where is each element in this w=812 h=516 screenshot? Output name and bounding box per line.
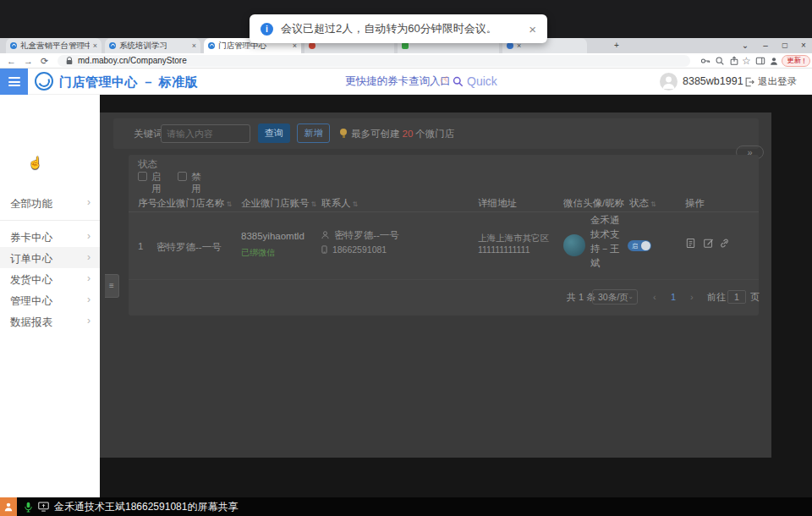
store-name: 密特罗德--一号	[156, 241, 222, 254]
search-button[interactable]: 查询	[258, 124, 290, 143]
wechat-bound-tag: 已绑微信	[241, 247, 275, 259]
browser-tab-1[interactable]: 礼盒营销平台管理中心 ×	[6, 38, 102, 53]
reload-icon[interactable]: ⟳	[41, 53, 48, 69]
sidebar-divider	[0, 220, 100, 221]
wechat-avatar	[563, 234, 585, 256]
window-minimize-button[interactable]: –	[758, 39, 773, 52]
sort-icon: ⇅	[353, 200, 359, 208]
filter-bar: 关键词 查询 新增 最多可创建20个微门店	[113, 118, 759, 149]
page-size-select[interactable]: 30条/页 ⌄	[592, 289, 638, 305]
chevron-right-icon: ›	[87, 226, 91, 247]
chevron-right-icon: ›	[87, 192, 91, 213]
lock-icon	[66, 57, 73, 65]
sidebar-item-data-reports[interactable]: 数据报表›	[0, 310, 100, 332]
col-wechat: 微信头像/昵称	[563, 194, 624, 212]
tab-close-icon[interactable]: ×	[93, 41, 97, 50]
sidebar-item-management-center[interactable]: 管理中心›	[0, 289, 100, 310]
keyword-input[interactable]	[161, 124, 250, 143]
sidebar-item-all-functions[interactable]: 全部功能›	[0, 192, 100, 213]
sort-icon: ⇅	[311, 200, 317, 208]
sort-icon: ⇅	[227, 200, 233, 208]
participant-icon[interactable]	[0, 497, 17, 516]
add-store-button[interactable]: 新增	[297, 124, 330, 143]
quick-search-icon[interactable]	[453, 76, 464, 87]
detail-doc-icon[interactable]	[685, 238, 697, 250]
window-close-button[interactable]: ×	[796, 39, 811, 52]
blue-favicon-icon	[507, 42, 513, 49]
contact-phone: 18662591081	[321, 244, 387, 255]
table-header-row: 序号 企业微门店名称⇅ 企业微门店账号⇅ 联系人⇅ 详细地址 微信头像/昵称 状…	[129, 194, 759, 212]
store-page-dimmed: 关键词 查询 新增 最多可创建20个微门店 » ≡ 状态 启用 禁用 序号 企业…	[100, 113, 771, 458]
sidebar-item-order-center[interactable]: 订单中心›	[0, 247, 100, 268]
drawer-handle[interactable]: ≡	[105, 274, 119, 298]
url-field[interactable]: md.maboy.cn/CompanyStore	[58, 55, 690, 67]
window-chevron-icon[interactable]: ⌄	[738, 39, 753, 52]
col-contact[interactable]: 联系人⇅	[321, 194, 358, 214]
toast-close-icon[interactable]: ×	[529, 22, 536, 36]
browser-update-button[interactable]: 更新 !	[782, 55, 810, 67]
green-favicon-icon	[402, 42, 409, 49]
lightbulb-icon	[340, 129, 347, 135]
page-unit-label: 页	[750, 287, 760, 307]
bookmark-star-icon[interactable]: ☆	[742, 56, 753, 67]
disabled-checkbox[interactable]	[178, 172, 187, 181]
next-page-button[interactable]: ›	[690, 287, 694, 307]
goto-page-input[interactable]	[727, 290, 746, 304]
app-title: 门店管理中心 － 标准版	[59, 69, 198, 95]
microphone-icon[interactable]	[24, 502, 33, 513]
meeting-toast: i 会议已超过2人，自动转为60分钟限时会议。 ×	[250, 14, 547, 43]
new-tab-button[interactable]: +	[611, 39, 623, 52]
current-page[interactable]: 1	[671, 287, 676, 307]
enabled-checkbox[interactable]	[138, 172, 147, 181]
tab-title: 礼盒营销平台管理中心	[20, 41, 90, 52]
store-account: 8385yihaomtld	[241, 231, 304, 241]
quota-number: 20	[400, 129, 416, 139]
side-panel-icon[interactable]	[755, 56, 766, 67]
address-line1: 上海上海市其它区	[478, 233, 549, 244]
logout-button[interactable]: 退出登录	[744, 69, 797, 95]
update-label: 更新	[787, 56, 801, 66]
browser-tab-2[interactable]: 系统培训学习 ×	[105, 38, 200, 53]
row-index: 1	[138, 241, 143, 251]
status-toggle[interactable]: 启	[628, 240, 651, 251]
edit-icon[interactable]	[703, 238, 715, 250]
logout-icon	[744, 77, 754, 87]
key-icon[interactable]	[700, 56, 711, 67]
window-maximize-button[interactable]: ▢	[777, 39, 793, 52]
back-icon[interactable]: ←	[7, 53, 16, 69]
col-status[interactable]: 状态⇅	[629, 194, 656, 214]
keyword-label: 关键词	[134, 118, 163, 149]
forward-icon[interactable]: →	[24, 53, 33, 69]
sidebar-item-shipping-center[interactable]: 发货中心›	[0, 268, 100, 289]
menu-hamburger-button[interactable]	[0, 69, 28, 95]
profile-avatar-icon[interactable]	[769, 56, 780, 67]
wechat-nickname: 金禾通技术支持－王斌	[590, 213, 626, 271]
tab-title: 系统培训学习	[119, 41, 189, 52]
enabled-label: 启用	[151, 171, 162, 195]
store-table-card: 状态 启用 禁用 序号 企业微门店名称⇅ 企业微门店账号⇅ 联系人⇅ 详细地址 …	[129, 155, 759, 316]
mouse-cursor-icon: ☝	[28, 156, 42, 169]
prev-page-button[interactable]: ‹	[653, 287, 656, 307]
zoom-icon[interactable]	[715, 56, 726, 67]
store-quota-text: 最多可创建20个微门店	[351, 118, 454, 149]
user-avatar[interactable]	[660, 73, 678, 91]
sidebar-item-coupon-center[interactable]: 券卡中心›	[0, 226, 100, 247]
screen: 礼盒营销平台管理中心 × 系统培训学习 × 门店管理中心 × × + ⌄ – ▢…	[0, 0, 812, 516]
person-icon	[321, 231, 329, 239]
chevron-right-icon: ›	[87, 310, 91, 332]
share-icon[interactable]	[729, 56, 740, 67]
coupon-query-entry-link[interactable]: 更快捷的券卡查询入口	[345, 69, 451, 95]
toast-message: 会议已超过2人，自动转为60分钟限时会议。	[281, 21, 497, 36]
sort-icon: ⇅	[650, 200, 656, 208]
update-badge: !	[803, 57, 804, 65]
tab-close-icon[interactable]: ×	[192, 41, 196, 50]
app-header: 门店管理中心 － 标准版 更快捷的券卡查询入口 ☞ Quick 8385wb19…	[0, 69, 812, 95]
col-index: 序号	[138, 194, 157, 212]
chevron-down-icon: ⌄	[628, 290, 634, 304]
col-store-account[interactable]: 企业微门店账号⇅	[241, 194, 316, 214]
quick-label[interactable]: Quick	[467, 69, 497, 95]
site-favicon-icon	[10, 42, 17, 49]
col-store-name[interactable]: 企业微门店名称⇅	[156, 194, 232, 214]
goto-label: 前往	[707, 287, 726, 307]
link-icon[interactable]	[719, 238, 731, 250]
